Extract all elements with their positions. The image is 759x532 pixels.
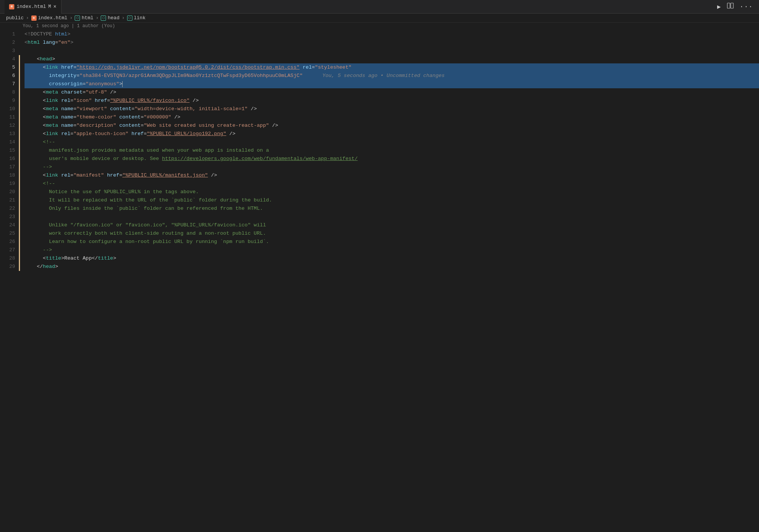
line-num-18: 18: [3, 171, 15, 180]
git-blame-text: You, 1 second ago | 1 author (You): [23, 23, 115, 29]
code-line-12: <meta name="description" content="Web si…: [25, 121, 759, 130]
line-num-27: 27: [3, 246, 15, 254]
line-num-11: 11: [3, 113, 15, 121]
line-num-9: 9: [3, 97, 15, 105]
breadcrumb-html-label[interactable]: html: [81, 15, 93, 21]
link-element-icon: ⬡: [127, 15, 132, 21]
code-line-9: <link rel="icon" href="%PUBLIC_URL%/favi…: [25, 97, 759, 105]
svg-rect-0: [727, 3, 730, 8]
run-button[interactable]: ▶: [717, 3, 721, 11]
html-icon: H: [31, 15, 37, 21]
breadcrumb-head[interactable]: ⬡ head: [101, 15, 119, 21]
git-blame-info: You, 1 second ago | 1 author (You): [0, 23, 759, 30]
code-line-15: manifest.json provides metadata used whe…: [25, 146, 759, 155]
code-line-5: <link href="https://cdn.jsdelivr.net/npm…: [25, 63, 759, 72]
breadcrumb-head-label[interactable]: head: [108, 15, 119, 21]
code-line-28: <title>React App</title>: [25, 254, 759, 263]
code-line-20: Notice the use of %PUBLIC_URL% in the ta…: [25, 188, 759, 196]
code-line-4: <head>: [25, 55, 759, 63]
line-num-29: 29: [3, 263, 15, 271]
line-num-17: 17: [3, 163, 15, 171]
tab-modified-indicator: M: [48, 4, 51, 9]
line-num-20: 20: [3, 188, 15, 196]
code-line-21: It will be replaced with the URL of the …: [25, 196, 759, 204]
line-num-16: 16: [3, 155, 15, 163]
code-line-27: -->: [25, 246, 759, 254]
line-num-13: 13: [3, 130, 15, 138]
line-num-22: 22: [3, 204, 15, 213]
code-line-8: <meta charset="utf-8" />: [25, 88, 759, 97]
code-line-30: [25, 271, 759, 279]
editor-tab[interactable]: H index.html M ×: [5, 0, 61, 14]
title-bar-actions: ▶ ···: [717, 2, 753, 11]
git-inline-annotation: You, 5 seconds ago • Uncommitted changes: [310, 72, 444, 80]
breadcrumb: public › H index.html › ⬡ html › ⬡ head …: [0, 14, 759, 23]
code-line-3: [25, 47, 759, 55]
line-num-10: 10: [3, 105, 15, 113]
breadcrumb-link[interactable]: ⬡ link: [127, 15, 146, 21]
code-line-22: Only files inside the `public` folder ca…: [25, 204, 759, 213]
title-bar: H index.html M × ▶ ···: [0, 0, 759, 14]
line-num-28: 28: [3, 254, 15, 263]
line-num-25: 25: [3, 229, 15, 238]
line-num-8: 8: [3, 88, 15, 97]
line-num-15: 15: [3, 146, 15, 155]
code-line-13: <link rel="apple-touch-icon" href="%PUBL…: [25, 130, 759, 138]
code-line-11: <meta name="theme-color" content="#00000…: [25, 113, 759, 121]
code-content[interactable]: <!DOCTYPE html> <html lang="en"> <head> …: [20, 30, 759, 529]
breadcrumb-file[interactable]: H index.html: [31, 15, 68, 21]
breadcrumb-index-html[interactable]: index.html: [38, 15, 68, 21]
line-num-14: 14: [3, 138, 15, 146]
breadcrumb-link-label[interactable]: link: [134, 15, 146, 21]
line-numbers: 1 2 3 4 5 6 7 8 9 10 11 12 13 14 15 16 1…: [0, 30, 19, 529]
code-line-17: -->: [25, 163, 759, 171]
svg-rect-1: [731, 3, 733, 8]
html-file-icon: H: [9, 4, 14, 9]
line-num-26: 26: [3, 238, 15, 246]
code-line-7: crossorigin="anonymous">: [25, 80, 759, 88]
code-line-14: <!--: [25, 138, 759, 146]
code-line-1: <!DOCTYPE html>: [25, 30, 759, 38]
code-line-16: user's mobile device or desktop. See htt…: [25, 155, 759, 163]
line-num-21: 21: [3, 196, 15, 204]
code-line-23: [25, 213, 759, 221]
line-num-19: 19: [3, 180, 15, 188]
html-element-icon: ⬡: [75, 15, 80, 21]
line-num-7: 7: [3, 80, 15, 88]
line-num-6: 6: [3, 72, 15, 80]
breadcrumb-public[interactable]: public: [6, 15, 24, 21]
code-line-6: integrity="sha384-EVSTQN3/azprG1Anm3QDgp…: [25, 72, 759, 80]
code-line-19: <!--: [25, 180, 759, 188]
line-num-2: 2: [3, 38, 15, 47]
breadcrumb-html[interactable]: ⬡ html: [75, 15, 93, 21]
split-editor-button[interactable]: [727, 2, 734, 11]
code-line-26: Learn how to configure a non-root public…: [25, 238, 759, 246]
code-line-24: Unlike "/favicon.ico" or "favicon.ico", …: [25, 221, 759, 229]
line-num-23: 23: [3, 213, 15, 221]
head-element-icon: ⬡: [101, 15, 106, 21]
line-num-1: 1: [3, 30, 15, 38]
tab-close-button[interactable]: ×: [53, 4, 56, 10]
line-num-24: 24: [3, 221, 15, 229]
code-line-18: <link rel="manifest" href="%PUBLIC_URL%/…: [25, 171, 759, 180]
line-num-3: 3: [3, 47, 15, 55]
line-num-12: 12: [3, 121, 15, 130]
editor-area: 1 2 3 4 5 6 7 8 9 10 11 12 13 14 15 16 1…: [0, 30, 759, 529]
code-line-25: work correctly both with client-side rou…: [25, 229, 759, 238]
tab-filename: index.html: [17, 4, 46, 9]
line-num-5: 5: [3, 63, 15, 72]
code-line-10: <meta name="viewport" content="width=dev…: [25, 105, 759, 113]
line-num-4: 4: [3, 55, 15, 63]
more-actions-button[interactable]: ···: [740, 3, 753, 11]
code-line-2: <html lang="en">: [25, 38, 759, 47]
code-line-29: </head>: [25, 263, 759, 271]
